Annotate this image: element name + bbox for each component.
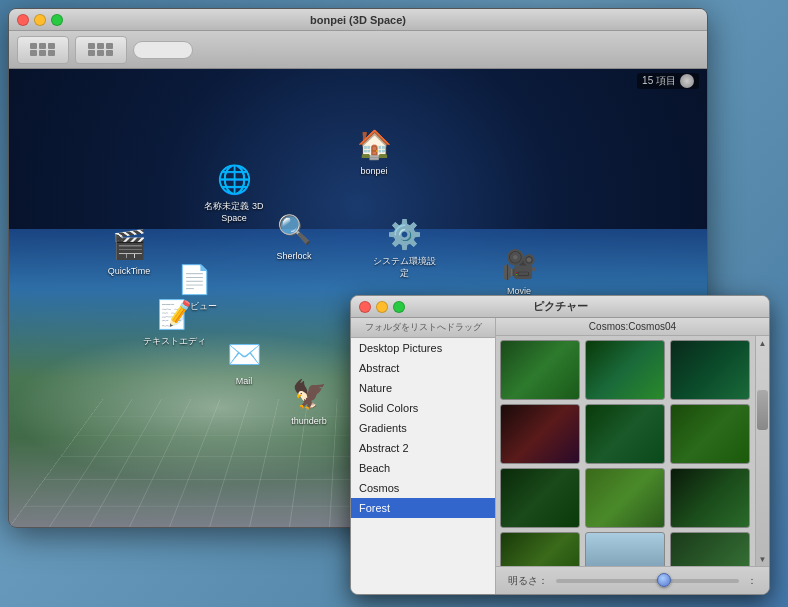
brightness-slider-thumb[interactable]: [657, 573, 671, 587]
folder-sidebar: フォルダをリストへドラッグ Desktop Pictures Abstract …: [351, 318, 496, 594]
icon-sherlock[interactable]: 🔍 Sherlock: [259, 209, 329, 263]
folder-cosmos[interactable]: Cosmos: [351, 478, 495, 498]
items-count: 15 項目: [642, 74, 676, 88]
panel-maximize-button[interactable]: [393, 301, 405, 313]
thumbnail-3[interactable]: [670, 340, 750, 400]
icon-thunderbird-label: thunderb: [291, 416, 327, 428]
icon-quicktime-image: 🎬: [109, 224, 149, 264]
folder-desktop-pictures[interactable]: Desktop Pictures: [351, 338, 495, 358]
image-grid-scroll: ▲ ▼: [496, 336, 769, 566]
grid-scrollbar: ▲ ▼: [755, 336, 769, 566]
icon-system-image: ⚙️: [384, 214, 424, 254]
panel-body: フォルダをリストへドラッグ Desktop Pictures Abstract …: [351, 318, 769, 594]
thumbnail-2[interactable]: [585, 340, 665, 400]
folder-header: フォルダをリストへドラッグ: [351, 318, 495, 338]
thumbnail-7[interactable]: [500, 468, 580, 528]
lock-icon: [680, 74, 694, 88]
icon-sherlock-label: Sherlock: [276, 251, 311, 263]
icon-system[interactable]: ⚙️ システム環境設定: [369, 214, 439, 279]
thumbnail-8[interactable]: [585, 468, 665, 528]
icon-textedit-image: 📝: [154, 294, 194, 334]
grid-header: Cosmos:Cosmos04: [496, 318, 769, 336]
icon-bonpei-label: bonpei: [360, 166, 387, 178]
icon-sherlock-image: 🔍: [274, 209, 314, 249]
maximize-button[interactable]: [51, 14, 63, 26]
scroll-track[interactable]: [756, 350, 769, 552]
icon-mail[interactable]: ✉️ Mail: [209, 334, 279, 388]
brightness-bar: 明るさ： ：: [496, 566, 769, 594]
folder-nature[interactable]: Nature: [351, 378, 495, 398]
thumbnail-5[interactable]: [585, 404, 665, 464]
scroll-thumb[interactable]: [757, 390, 768, 430]
scroll-down-arrow[interactable]: ▼: [756, 552, 769, 566]
panel-traffic-lights: [359, 301, 405, 313]
icon-mail-label: Mail: [236, 376, 253, 388]
main-toolbar: [9, 31, 707, 69]
scroll-up-arrow[interactable]: ▲: [756, 336, 769, 350]
thumbnail-4[interactable]: [500, 404, 580, 464]
folder-abstract2[interactable]: Abstract 2: [351, 438, 495, 458]
toolbar-icon-box-2[interactable]: [75, 36, 127, 64]
thumbnail-6[interactable]: [670, 404, 750, 464]
brightness-label: 明るさ：: [508, 574, 548, 588]
folder-solid-colors[interactable]: Solid Colors: [351, 398, 495, 418]
thumbnail-10[interactable]: [500, 532, 580, 566]
thumbnail-1[interactable]: [500, 340, 580, 400]
panel-title: ピクチャー: [533, 299, 588, 314]
panel-minimize-button[interactable]: [376, 301, 388, 313]
folder-gradients[interactable]: Gradients: [351, 418, 495, 438]
icon-imovie[interactable]: 🎥 Movie: [484, 244, 554, 298]
toolbar-search[interactable]: [133, 41, 193, 59]
main-title-bar: bonpei (3D Space): [9, 9, 707, 31]
folder-forest[interactable]: Forest: [351, 498, 495, 518]
thumbnail-11[interactable]: [585, 532, 665, 566]
brightness-label-right: ：: [747, 574, 757, 588]
icon-system-label: システム環境設定: [369, 256, 439, 279]
icon-3dspace-image: 🌐: [214, 159, 254, 199]
thumbnail-12[interactable]: [670, 532, 750, 566]
brightness-slider-track[interactable]: [556, 579, 739, 583]
icon-imovie-image: 🎥: [499, 244, 539, 284]
icon-textedit-label: テキストエディ: [143, 336, 206, 348]
thumbnail-9[interactable]: [670, 468, 750, 528]
icon-bonpei[interactable]: 🏠 bonpei: [339, 124, 409, 178]
icon-textedit[interactable]: 📝 テキストエディ: [139, 294, 209, 348]
icon-bonpei-image: 🏠: [354, 124, 394, 164]
icon-quicktime-label: QuickTime: [108, 266, 151, 278]
icon-mail-image: ✉️: [224, 334, 264, 374]
icon-quicktime[interactable]: 🎬 QuickTime: [94, 224, 164, 278]
icon-preview-image: 📄: [174, 259, 214, 299]
toolbar-icon-box-1[interactable]: [17, 36, 69, 64]
traffic-lights: [17, 14, 63, 26]
panel-title-bar: ピクチャー: [351, 296, 769, 318]
icon-thunderbird[interactable]: 🦅 thunderb: [274, 374, 344, 428]
folder-list: Desktop Pictures Abstract Nature Solid C…: [351, 338, 495, 594]
minimize-button[interactable]: [34, 14, 46, 26]
panel-close-button[interactable]: [359, 301, 371, 313]
image-grid-area: Cosmos:Cosmos04: [496, 318, 769, 594]
items-badge: 15 項目: [637, 73, 699, 89]
image-grid: [496, 336, 755, 566]
folder-abstract[interactable]: Abstract: [351, 358, 495, 378]
folder-beach[interactable]: Beach: [351, 458, 495, 478]
close-button[interactable]: [17, 14, 29, 26]
icon-thunderbird-image: 🦅: [289, 374, 329, 414]
picture-panel: ピクチャー フォルダをリストへドラッグ Desktop Pictures Abs…: [350, 295, 770, 595]
window-title: bonpei (3D Space): [310, 14, 406, 26]
